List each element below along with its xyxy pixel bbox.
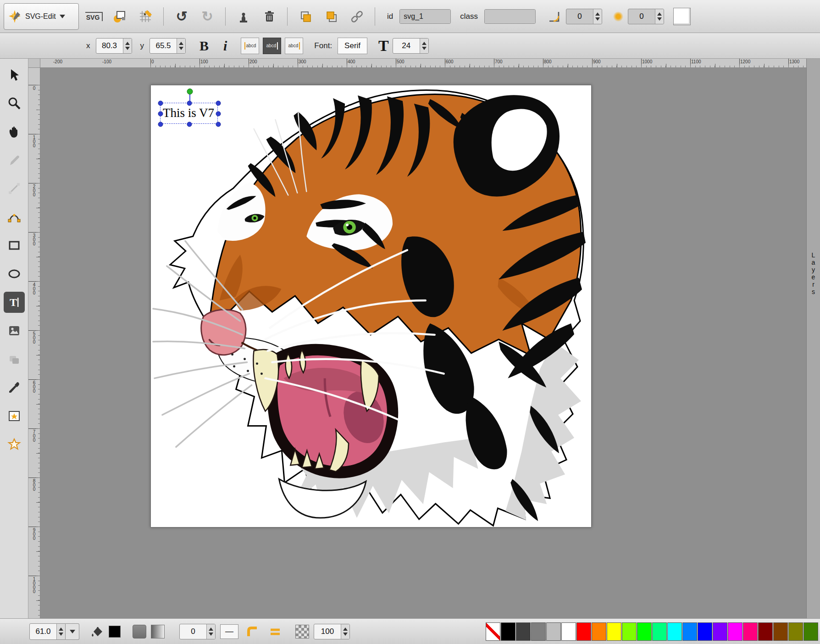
svg-canvas[interactable]: This is V7	[150, 85, 592, 527]
angle-input[interactable]	[566, 9, 593, 24]
selection-handle-s[interactable]	[187, 122, 192, 127]
palette-swatch[interactable]	[667, 622, 682, 641]
zoom-dropdown-button[interactable]	[66, 623, 79, 640]
rect-tool-button[interactable]	[4, 235, 25, 256]
palette-swatch-none[interactable]	[486, 622, 500, 641]
palette-swatch[interactable]	[637, 622, 652, 641]
shape-library-button[interactable]	[4, 405, 25, 427]
blur-spinner[interactable]	[655, 9, 664, 24]
linejoin-button[interactable]	[243, 621, 261, 642]
rotate-handle[interactable]	[187, 89, 193, 94]
selection-handle-e[interactable]	[216, 111, 221, 117]
canvas-text-element[interactable]: This is V7	[163, 106, 214, 120]
clone-button[interactable]	[233, 6, 254, 27]
selection-handle-se[interactable]	[216, 122, 221, 127]
line-tool-button[interactable]	[4, 178, 25, 199]
y-coordinate-input[interactable]	[150, 39, 177, 53]
link-button[interactable]	[346, 6, 367, 27]
palette-swatch[interactable]	[698, 622, 712, 641]
palette-swatch[interactable]	[501, 622, 515, 641]
select-tool-button[interactable]	[4, 64, 25, 85]
element-class-input[interactable]	[485, 10, 535, 23]
opacity-spinner[interactable]	[341, 624, 349, 639]
stroke-width-spinner[interactable]	[206, 624, 215, 639]
wireframe-toggle-button[interactable]	[109, 6, 130, 27]
font-size-spinner[interactable]	[420, 39, 428, 53]
path-tool-button[interactable]	[4, 206, 25, 228]
move-to-bottom-button[interactable]	[295, 6, 316, 27]
zoom-input[interactable]	[30, 624, 56, 639]
palette-swatch[interactable]	[546, 622, 561, 641]
linecap-button[interactable]	[266, 621, 284, 642]
shapes-icon	[7, 352, 21, 366]
main-menu-button[interactable]: SVG-Edit	[4, 3, 79, 30]
palette-swatch[interactable]	[682, 622, 697, 641]
italic-button[interactable]: i	[220, 38, 231, 54]
y-spinner[interactable]	[177, 39, 185, 53]
image-tool-button[interactable]	[4, 320, 25, 341]
palette-swatch[interactable]	[728, 622, 742, 641]
wireframe-icon	[113, 10, 127, 23]
undo-button[interactable]: ↺	[171, 6, 192, 27]
fill-color-swatch[interactable]	[109, 626, 121, 638]
zoom-spinner[interactable]	[56, 624, 65, 639]
opacity-wrap	[314, 624, 350, 639]
pencil-tool-button[interactable]	[4, 150, 25, 171]
text-anchor-middle-button[interactable]: abcd	[263, 38, 281, 54]
grid-snap-button[interactable]	[135, 6, 156, 27]
font-family-button[interactable]: Serif	[338, 38, 367, 54]
stroke-width-input[interactable]	[180, 624, 206, 639]
element-id-input[interactable]	[400, 10, 450, 23]
y-field-wrap	[150, 38, 186, 54]
font-size-input[interactable]	[393, 39, 420, 53]
palette-swatch[interactable]	[622, 622, 637, 641]
palette-swatch[interactable]	[561, 622, 576, 641]
text-anchor-start-button[interactable]: abcd	[241, 38, 259, 54]
source-editor-button[interactable]: SVG	[83, 6, 105, 27]
palette-swatch[interactable]	[652, 622, 667, 641]
gradient-swatch[interactable]	[151, 625, 165, 638]
palette-swatch[interactable]	[607, 622, 621, 641]
palette-swatch[interactable]	[516, 622, 531, 641]
palette-swatch[interactable]	[773, 622, 788, 641]
text-tool-button[interactable]: T	[4, 292, 25, 313]
selection-handle-n[interactable]	[187, 101, 192, 106]
tiger-artwork[interactable]	[151, 85, 591, 527]
palette-swatch[interactable]	[592, 622, 606, 641]
palette-swatch[interactable]	[743, 622, 758, 641]
angle-spinner[interactable]	[593, 9, 602, 24]
palette-swatch[interactable]	[531, 622, 546, 641]
blur-input[interactable]	[628, 9, 655, 24]
eyedropper-icon	[7, 381, 21, 394]
palette-swatch[interactable]	[803, 622, 818, 641]
palette-swatch[interactable]	[576, 622, 591, 641]
x-spinner[interactable]	[123, 39, 132, 53]
move-to-top-button[interactable]	[321, 6, 342, 27]
eyedropper-tool-button[interactable]	[4, 377, 25, 398]
zoom-tool-button[interactable]	[4, 93, 25, 114]
selection-box[interactable]: This is V7	[160, 103, 218, 124]
text-anchor-end-button[interactable]: abcd	[285, 38, 303, 54]
layers-panel-toggle[interactable]: Layers	[806, 59, 820, 618]
shapes-tool-button[interactable]	[4, 349, 25, 370]
selection-handle-w[interactable]	[158, 111, 163, 117]
redo-button[interactable]: ↻	[197, 6, 218, 27]
palette-swatch[interactable]	[713, 622, 727, 641]
palette-swatch[interactable]	[788, 622, 803, 641]
selection-handle-ne[interactable]	[216, 101, 221, 106]
v-ruler-label: 600	[28, 381, 40, 393]
stroke-color-swatch[interactable]	[133, 625, 146, 638]
bold-button[interactable]: B	[196, 38, 212, 54]
opacity-input[interactable]	[314, 624, 341, 639]
palette-swatch[interactable]	[758, 622, 773, 641]
stroke-style-button[interactable]: —	[220, 624, 238, 639]
x-coordinate-input[interactable]	[96, 39, 123, 53]
pan-tool-button[interactable]	[4, 121, 25, 142]
selection-handle-sw[interactable]	[158, 122, 163, 127]
selection-handle-nw[interactable]	[158, 101, 163, 106]
delete-button[interactable]	[259, 6, 280, 27]
ellipse-tool-button[interactable]	[4, 263, 25, 284]
background-color-swatch[interactable]	[673, 8, 691, 25]
star-tool-button[interactable]	[4, 434, 25, 455]
rectangle-icon	[7, 239, 21, 252]
